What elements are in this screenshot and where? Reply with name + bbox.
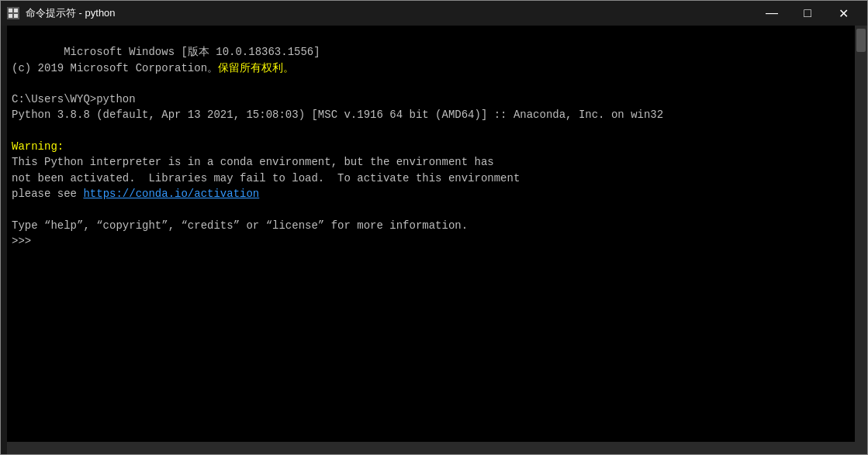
scrollbar-thumb[interactable] (856, 29, 866, 52)
python-version-line: Python 3.8.8 (default, Apr 13 2021, 15:0… (12, 109, 663, 121)
console-body: Microsoft Windows [版本 10.0.18363.1556] (… (1, 26, 867, 442)
svg-rect-0 (9, 9, 12, 12)
left-border (1, 26, 7, 442)
window-controls: — □ ✕ (754, 1, 861, 26)
url-line: please see https://conda.io/activation (12, 188, 259, 200)
svg-rect-3 (14, 14, 18, 18)
bottom-bar (1, 442, 867, 454)
url-text: https://conda.io/activation (83, 188, 259, 200)
bottom-left-corner (1, 442, 7, 454)
user-prompt-line: C:\Users\WYQ>python (12, 93, 136, 105)
windows-info-line: Microsoft Windows [版本 10.0.18363.1556] (64, 46, 320, 58)
svg-rect-2 (9, 14, 12, 18)
warning-body-1: This Python interpreter is in a conda en… (12, 156, 494, 168)
highlight-text: 保留所有权利。 (218, 62, 294, 74)
warning-body-2: not been activated. Libraries may fail t… (12, 172, 520, 184)
bottom-right-corner (855, 442, 867, 454)
maximize-button[interactable]: □ (790, 1, 825, 26)
window: 命令提示符 - python — □ ✕ Microsoft Windows [… (0, 0, 868, 455)
type-hint-line: Type “help”, “copyright”, “credits” or “… (12, 219, 468, 232)
title-bar: 命令提示符 - python — □ ✕ (1, 1, 867, 26)
warning-label: Warning: (12, 140, 64, 153)
copyright-line: (c) 2019 Microsoft Corporation。保留所有权利。 (12, 62, 294, 74)
minimize-button[interactable]: — (754, 1, 790, 26)
repl-prompt[interactable]: >>> (12, 235, 38, 247)
horizontal-scrollbar[interactable] (7, 442, 855, 454)
vertical-scrollbar[interactable] (855, 26, 867, 442)
close-button[interactable]: ✕ (825, 1, 861, 26)
console-content[interactable]: Microsoft Windows [版本 10.0.18363.1556] (… (7, 26, 855, 442)
svg-rect-1 (14, 9, 18, 12)
console-output: Microsoft Windows [版本 10.0.18363.1556] (… (12, 29, 850, 264)
window-title: 命令提示符 - python (26, 6, 754, 20)
window-icon (7, 7, 19, 19)
